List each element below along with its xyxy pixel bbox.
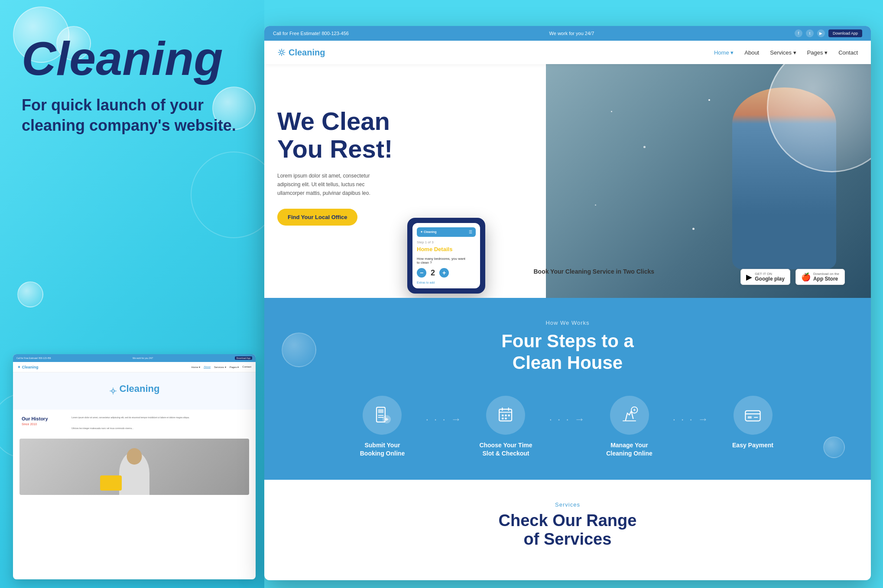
step-2-label: Choose Your TimeSlot & Checkout bbox=[479, 441, 532, 458]
steps-subtitle: How We Works bbox=[290, 320, 845, 326]
book-service-text: Book Your Cleaning Service in Two Clicks bbox=[533, 267, 654, 276]
mini-nav-services[interactable]: Services ▾ bbox=[214, 365, 226, 368]
services-section: Services Check Our Range of Services bbox=[264, 480, 871, 575]
nav-contact[interactable]: Contact bbox=[838, 49, 858, 56]
svg-rect-36 bbox=[748, 416, 752, 418]
step-3-icon-wrapper bbox=[610, 396, 649, 435]
step-arrow-3: · · · → bbox=[673, 413, 710, 425]
mini-logo: ✦ Cleaning bbox=[17, 365, 39, 369]
nav-links: Home ▾ About Services ▾ Pages ▾ Contact bbox=[714, 49, 858, 56]
steps-section: How We Works Four Steps to a Clean House bbox=[264, 298, 871, 480]
svg-point-5 bbox=[280, 51, 283, 54]
find-office-button[interactable]: Find Your Local Office bbox=[277, 209, 357, 226]
steps-bubble-1 bbox=[282, 333, 316, 367]
topbar-hours: We work for you 24/7 bbox=[549, 31, 594, 36]
mini-since: Since 2010 bbox=[22, 423, 65, 426]
easy-payment-icon bbox=[743, 405, 763, 425]
mini-nav-contact[interactable]: Contact bbox=[242, 365, 251, 368]
manage-cleaning-icon bbox=[620, 405, 639, 425]
mini-nav-home[interactable]: Home ▾ bbox=[192, 365, 201, 368]
step-4-icon-wrapper bbox=[734, 396, 773, 435]
facebook-icon[interactable]: f bbox=[795, 29, 802, 37]
mini-nav-about[interactable]: About bbox=[204, 365, 211, 368]
brand-title: Cleaning bbox=[22, 35, 251, 82]
svg-line-11 bbox=[283, 54, 284, 55]
nav-pages[interactable]: Pages ▾ bbox=[807, 49, 828, 56]
tagline: For quick launch of your cleaning compan… bbox=[22, 95, 251, 136]
step-arrow-1: · · · → bbox=[425, 413, 462, 425]
nav-home[interactable]: Home ▾ bbox=[714, 49, 734, 56]
mini-topbar-center: We work for you 24/7 bbox=[133, 357, 153, 359]
step-1-icon-wrapper bbox=[363, 396, 402, 435]
topbar-phone: Call for Free Estimate! 800-123-456 bbox=[273, 31, 349, 36]
svg-line-12 bbox=[279, 54, 280, 55]
twitter-icon[interactable]: t bbox=[806, 29, 814, 37]
choose-time-icon bbox=[496, 405, 516, 425]
hero-title: We Clean You Rest! bbox=[277, 107, 472, 163]
nav-logo-text: Cleaning bbox=[289, 48, 325, 58]
svg-point-28 bbox=[502, 418, 504, 420]
step-1-label: Submit YourBooking Online bbox=[360, 441, 405, 458]
left-panel: Cleaning For quick launch of your cleani… bbox=[0, 0, 264, 588]
svg-rect-15 bbox=[378, 409, 384, 413]
hero-content: We Clean You Rest! Lorem ipsum dolor sit… bbox=[277, 107, 472, 226]
hero-description: Lorem ipsum dolor sit amet, consectetura… bbox=[277, 171, 472, 198]
topbar: Call for Free Estimate! 800-123-456 We w… bbox=[264, 26, 871, 41]
mini-brand-logo: Cleaning bbox=[120, 383, 160, 394]
steps-title: Four Steps to a Clean House bbox=[290, 330, 845, 374]
submit-booking-icon bbox=[373, 405, 392, 425]
svg-point-26 bbox=[505, 414, 507, 417]
phone-bedrooms-label: How many bedrooms, you wantto clean ? bbox=[417, 257, 476, 265]
svg-rect-34 bbox=[745, 411, 760, 421]
svg-point-25 bbox=[502, 414, 504, 417]
circle-outline bbox=[191, 152, 264, 238]
logo-icon bbox=[277, 48, 286, 57]
book-text-container: Book Your Cleaning Service in Two Clicks bbox=[533, 267, 654, 276]
step-4: Easy Payment bbox=[710, 396, 796, 450]
step-3: Manage YourCleaning Online bbox=[586, 396, 673, 458]
counter-value: 2 bbox=[431, 268, 435, 278]
steps-row: Submit YourBooking Online · · · → bbox=[290, 396, 845, 458]
increment-button[interactable]: + bbox=[439, 268, 449, 278]
phone-mockup: ✦ Cleaning ☰ Step 1 of 3 Home Details Ho… bbox=[407, 218, 485, 294]
mini-lorem-text: Lorem ipsum dolor sit amet, consectetur … bbox=[71, 416, 247, 419]
step-2-icon-wrapper bbox=[486, 396, 525, 435]
google-play-icon: ▶ bbox=[746, 272, 752, 282]
steps-bubble-2 bbox=[823, 436, 845, 458]
bubble-decoration bbox=[17, 281, 43, 307]
svg-point-27 bbox=[508, 414, 510, 417]
nav-logo: Cleaning bbox=[277, 48, 325, 58]
nav-about[interactable]: About bbox=[744, 49, 759, 56]
main-nav: Cleaning Home ▾ About Services ▾ Pages ▾… bbox=[264, 41, 871, 64]
step-3-label: Manage YourCleaning Online bbox=[606, 441, 653, 458]
mini-website-preview: Call for Free Estimate! 800-123-456 We w… bbox=[13, 354, 256, 579]
phone-step: Step 1 of 3 bbox=[417, 240, 476, 244]
step-2: Choose Your TimeSlot & Checkout bbox=[462, 396, 549, 458]
hero-section: We Clean You Rest! Lorem ipsum dolor sit… bbox=[264, 64, 871, 298]
svg-point-0 bbox=[112, 390, 114, 392]
apple-icon: 🍎 bbox=[801, 272, 811, 282]
mini-lorem-text-2: Ultrices leo integer malesuada nunc vel … bbox=[71, 427, 247, 430]
app-store-badge[interactable]: 🍎 Download on the App Store bbox=[795, 269, 845, 285]
step-arrow-2: · · · → bbox=[549, 413, 586, 425]
app-badges-section: ▶ GET IT ON Google play 🍎 Download on th… bbox=[740, 269, 845, 285]
step-4-label: Easy Payment bbox=[732, 441, 773, 450]
right-panel-website: Call for Free Estimate! 800-123-456 We w… bbox=[264, 26, 871, 580]
phone-home-details: Home Details bbox=[417, 246, 476, 252]
svg-line-13 bbox=[283, 50, 284, 51]
google-play-badge[interactable]: ▶ GET IT ON Google play bbox=[740, 269, 790, 285]
mini-our-history: Our History bbox=[22, 416, 65, 421]
youtube-icon[interactable]: ▶ bbox=[817, 29, 825, 37]
phone-extras[interactable]: Extras to add bbox=[417, 281, 476, 284]
download-app-button[interactable]: Download App bbox=[828, 29, 862, 37]
google-play-label: Google play bbox=[755, 276, 785, 282]
svg-line-10 bbox=[279, 50, 280, 51]
nav-services[interactable]: Services ▾ bbox=[770, 49, 796, 56]
svg-point-29 bbox=[505, 418, 507, 420]
mini-nav-pages[interactable]: Pages ▾ bbox=[230, 365, 239, 368]
services-title: Check Our Range of Services bbox=[290, 511, 845, 549]
app-store-label: App Store bbox=[813, 276, 839, 282]
services-subtitle: Services bbox=[290, 501, 845, 508]
mini-topbar-left: Call for Free Estimate! 800-123-456 bbox=[16, 357, 51, 359]
decrement-button[interactable]: − bbox=[417, 268, 426, 278]
